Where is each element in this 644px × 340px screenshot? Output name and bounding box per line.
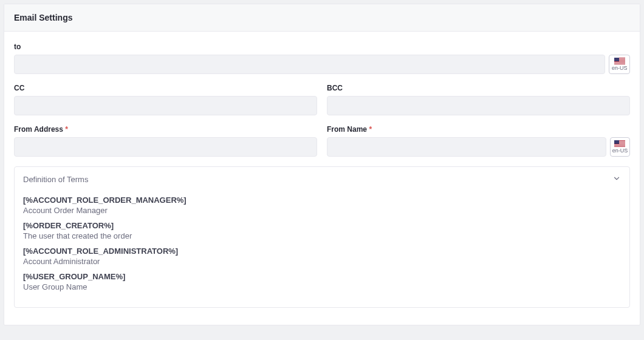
term-item: [%USER_GROUP_NAME%] User Group Name [23, 272, 621, 291]
definition-of-terms-title: Definition of Terms [23, 175, 88, 184]
term-key: [%USER_GROUP_NAME%] [23, 272, 621, 281]
svg-rect-5 [614, 63, 625, 64]
term-key: [%ORDER_CREATOR%] [23, 221, 621, 230]
from-name-locale-button[interactable]: en-US [610, 137, 630, 157]
cc-label: CC [14, 84, 317, 92]
cc-input[interactable] [14, 96, 317, 115]
bcc-label: BCC [327, 84, 630, 92]
to-label: to [14, 42, 630, 51]
locale-code: en-US [612, 148, 628, 154]
svg-rect-6 [614, 58, 619, 61]
from-name-label: From Name * [327, 125, 630, 134]
term-item: [%ACCOUNT_ROLE_ADMINISTRATOR%] Account A… [23, 246, 621, 266]
term-item: [%ACCOUNT_ROLE_ORDER_MANAGER%] Account O… [23, 195, 621, 215]
term-key: [%ACCOUNT_ROLE_ORDER_MANAGER%] [23, 195, 621, 205]
from-address-input[interactable] [14, 137, 317, 157]
to-input[interactable] [14, 55, 605, 74]
bcc-input[interactable] [327, 96, 630, 115]
panel-body: to [4, 32, 640, 325]
definition-of-terms-body: [%ACCOUNT_ROLE_ORDER_MANAGER%] Account O… [15, 192, 629, 307]
required-asterisk: * [65, 125, 68, 134]
us-flag-icon [614, 58, 625, 64]
definition-of-terms-toggle[interactable]: Definition of Terms [15, 167, 629, 192]
from-name-input[interactable] [327, 137, 606, 157]
term-description: Account Order Manager [23, 206, 621, 215]
definition-of-terms-panel: Definition of Terms [%ACCOUNT_ROLE_ORDER… [14, 166, 630, 308]
us-flag-icon [614, 140, 625, 147]
term-description: The user that created the order [23, 231, 621, 240]
locale-code: en-US [612, 66, 628, 71]
to-locale-button[interactable]: en-US [609, 55, 630, 74]
email-settings-panel: Email Settings to [4, 4, 640, 325]
panel-title: Email Settings [4, 4, 640, 32]
term-description: User Group Name [23, 282, 621, 291]
svg-rect-12 [614, 146, 625, 146]
term-description: Account Administrator [23, 257, 621, 266]
svg-rect-4 [614, 62, 625, 63]
term-key: [%ACCOUNT_ROLE_ADMINISTRATOR%] [23, 246, 621, 256]
required-asterisk: * [369, 125, 372, 134]
term-item: [%ORDER_CREATOR%] The user that created … [23, 221, 621, 240]
from-address-label: From Address * [14, 125, 317, 134]
svg-rect-13 [614, 140, 619, 144]
chevron-down-icon [612, 174, 621, 185]
svg-rect-11 [614, 144, 625, 145]
